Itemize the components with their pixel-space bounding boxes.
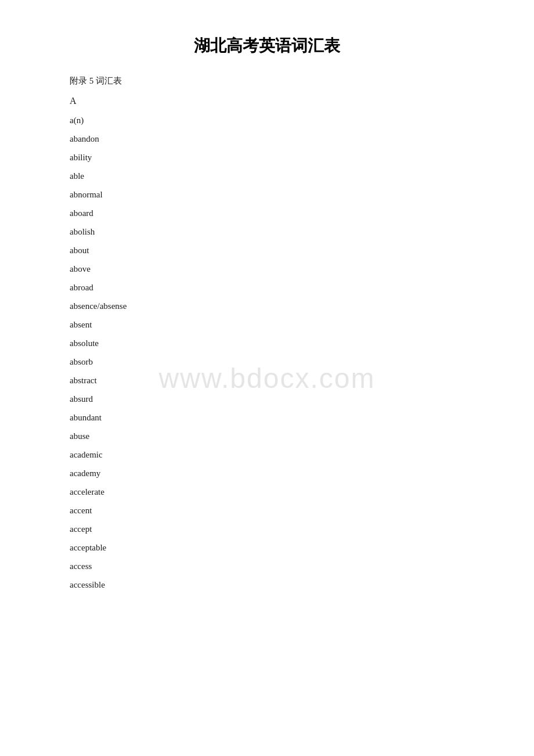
list-item: absorb — [70, 352, 464, 371]
list-item: abolish — [70, 222, 464, 241]
list-item: abundant — [70, 408, 464, 427]
subtitle: 附录 5 词汇表 — [70, 75, 464, 87]
list-item: abuse — [70, 427, 464, 445]
list-item: accent — [70, 501, 464, 520]
list-item: academy — [70, 464, 464, 483]
section-letter: A — [70, 96, 464, 106]
list-item: a(n) — [70, 111, 464, 129]
list-item: about — [70, 241, 464, 260]
list-item: abroad — [70, 278, 464, 297]
list-item: absent — [70, 315, 464, 334]
list-item: absolute — [70, 334, 464, 352]
list-item: abstract — [70, 371, 464, 390]
list-item: aboard — [70, 204, 464, 222]
page-title: 湖北高考英语词汇表 — [70, 35, 464, 57]
list-item: accessible — [70, 575, 464, 594]
list-item: absence/absense — [70, 297, 464, 315]
list-item: able — [70, 167, 464, 185]
list-item: abnormal — [70, 185, 464, 204]
list-item: accelerate — [70, 483, 464, 501]
list-item: abandon — [70, 129, 464, 148]
list-item: ability — [70, 148, 464, 167]
list-item: academic — [70, 445, 464, 464]
list-item: access — [70, 557, 464, 575]
word-list: a(n)abandonabilityableabnormalaboardabol… — [70, 111, 464, 594]
list-item: acceptable — [70, 538, 464, 557]
list-item: absurd — [70, 390, 464, 408]
list-item: above — [70, 260, 464, 278]
list-item: accept — [70, 520, 464, 538]
